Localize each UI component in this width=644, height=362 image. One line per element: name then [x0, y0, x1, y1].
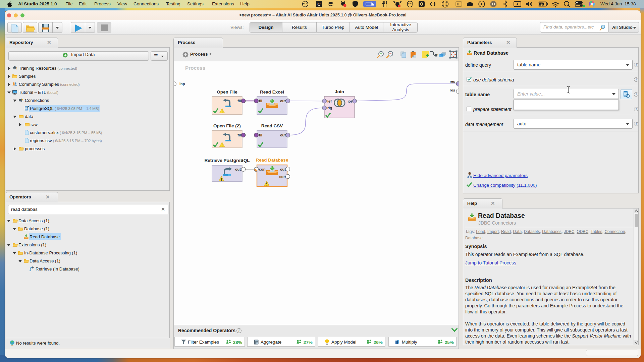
svg-text:Retrieve PostgreSQL: Retrieve PostgreSQL	[204, 158, 250, 163]
svg-text:Read CSV: Read CSV	[261, 123, 283, 128]
svg-text:i: i	[238, 329, 239, 333]
svg-text:A: A	[516, 3, 519, 6]
svg-text:out: out	[280, 167, 286, 171]
svg-text:fil: fil	[237, 99, 241, 103]
svg-text:Process: Process	[185, 65, 205, 71]
svg-text:Open File (2): Open File (2)	[213, 123, 241, 128]
svg-text:rig: rig	[327, 106, 332, 110]
svg-text:inp: inp	[179, 82, 185, 86]
svg-text:con: con	[279, 175, 286, 179]
svg-text:C: C	[317, 2, 321, 7]
svg-text:out: out	[235, 167, 241, 171]
svg-text:lef: lef	[327, 99, 332, 103]
svg-text:Open File: Open File	[217, 89, 237, 95]
svg-text:fil: fil	[259, 99, 262, 103]
svg-text:out: out	[280, 133, 286, 137]
svg-text:res: res	[449, 79, 455, 83]
svg-text:fil: fil	[259, 133, 262, 137]
svg-text:con: con	[259, 167, 266, 171]
svg-text:out: out	[280, 99, 286, 103]
svg-text:joi: joi	[347, 99, 352, 103]
svg-text:res: res	[449, 88, 455, 92]
svg-text:Read Database: Read Database	[256, 158, 288, 163]
svg-text:Join: Join	[335, 89, 344, 94]
svg-text:Read Excel: Read Excel	[260, 89, 284, 95]
svg-text:fil: fil	[237, 133, 241, 137]
